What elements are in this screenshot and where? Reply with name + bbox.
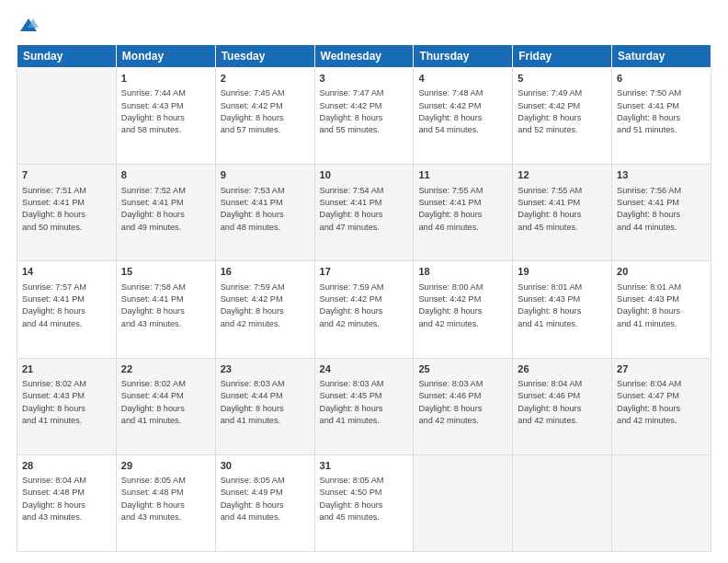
week-row-1: 1Sunrise: 7:44 AM Sunset: 4:43 PM Daylig… [17, 68, 711, 165]
day-number: 25 [418, 362, 507, 376]
calendar-cell: 10Sunrise: 7:54 AM Sunset: 4:41 PM Dayli… [314, 165, 414, 261]
day-info: Sunrise: 8:03 AM Sunset: 4:44 PM Dayligh… [221, 378, 310, 427]
day-number: 22 [121, 362, 210, 376]
calendar-cell: 18Sunrise: 8:00 AM Sunset: 4:42 PM Dayli… [414, 261, 513, 358]
day-of-week-wednesday: Wednesday [314, 45, 414, 68]
day-info: Sunrise: 7:55 AM Sunset: 4:41 PM Dayligh… [518, 185, 607, 234]
calendar-cell: 9Sunrise: 7:53 AM Sunset: 4:41 PM Daylig… [215, 165, 314, 261]
calendar-table: SundayMondayTuesdayWednesdayThursdayFrid… [17, 44, 711, 552]
week-row-5: 28Sunrise: 8:04 AM Sunset: 4:48 PM Dayli… [17, 454, 711, 551]
day-info: Sunrise: 7:49 AM Sunset: 4:42 PM Dayligh… [518, 87, 607, 136]
day-info: Sunrise: 7:59 AM Sunset: 4:42 PM Dayligh… [221, 282, 310, 330]
calendar-cell: 24Sunrise: 8:03 AM Sunset: 4:45 PM Dayli… [314, 358, 414, 454]
day-info: Sunrise: 8:03 AM Sunset: 4:45 PM Dayligh… [320, 378, 409, 427]
day-number: 23 [221, 362, 310, 376]
calendar-cell: 28Sunrise: 8:04 AM Sunset: 4:48 PM Dayli… [17, 454, 117, 551]
day-of-week-monday: Monday [116, 45, 215, 68]
calendar-cell: 7Sunrise: 7:51 AM Sunset: 4:41 PM Daylig… [17, 165, 117, 261]
calendar-cell: 26Sunrise: 8:04 AM Sunset: 4:46 PM Dayli… [513, 358, 612, 454]
day-info: Sunrise: 8:05 AM Sunset: 4:49 PM Dayligh… [221, 475, 310, 523]
calendar-cell: 14Sunrise: 7:57 AM Sunset: 4:41 PM Dayli… [17, 261, 117, 358]
calendar-cell: 23Sunrise: 8:03 AM Sunset: 4:44 PM Dayli… [215, 358, 314, 454]
day-of-week-tuesday: Tuesday [215, 45, 314, 68]
day-info: Sunrise: 7:51 AM Sunset: 4:41 PM Dayligh… [22, 185, 111, 234]
day-info: Sunrise: 7:53 AM Sunset: 4:41 PM Dayligh… [221, 185, 310, 234]
day-number: 17 [320, 265, 409, 279]
day-number: 2 [221, 72, 310, 86]
day-number: 11 [418, 168, 507, 182]
day-number: 4 [418, 72, 507, 86]
calendar-cell: 29Sunrise: 8:05 AM Sunset: 4:48 PM Dayli… [116, 454, 215, 551]
calendar-cell: 19Sunrise: 8:01 AM Sunset: 4:43 PM Dayli… [513, 261, 612, 358]
day-number: 26 [518, 362, 607, 376]
day-info: Sunrise: 7:48 AM Sunset: 4:42 PM Dayligh… [418, 87, 507, 136]
calendar-body: 1Sunrise: 7:44 AM Sunset: 4:43 PM Daylig… [17, 68, 711, 552]
calendar-cell: 13Sunrise: 7:56 AM Sunset: 4:41 PM Dayli… [612, 165, 711, 261]
calendar-cell: 22Sunrise: 8:02 AM Sunset: 4:44 PM Dayli… [116, 358, 215, 454]
day-number: 13 [617, 168, 706, 182]
day-of-week-friday: Friday [513, 45, 612, 68]
calendar-cell: 1Sunrise: 7:44 AM Sunset: 4:43 PM Daylig… [116, 68, 215, 165]
day-info: Sunrise: 7:56 AM Sunset: 4:41 PM Dayligh… [617, 185, 706, 234]
day-number: 1 [121, 72, 210, 86]
day-number: 14 [22, 265, 111, 279]
day-number: 15 [121, 265, 210, 279]
day-info: Sunrise: 8:02 AM Sunset: 4:44 PM Dayligh… [121, 378, 210, 427]
day-of-week-sunday: Sunday [17, 45, 117, 68]
day-info: Sunrise: 7:52 AM Sunset: 4:41 PM Dayligh… [121, 185, 210, 234]
calendar-cell: 3Sunrise: 7:47 AM Sunset: 4:42 PM Daylig… [314, 68, 414, 165]
day-number: 21 [22, 362, 111, 376]
day-info: Sunrise: 8:04 AM Sunset: 4:47 PM Dayligh… [617, 378, 706, 427]
day-number: 3 [320, 72, 409, 86]
calendar-cell: 5Sunrise: 7:49 AM Sunset: 4:42 PM Daylig… [513, 68, 612, 165]
logo [17, 17, 39, 35]
day-number: 8 [121, 168, 210, 182]
day-info: Sunrise: 7:58 AM Sunset: 4:41 PM Dayligh… [121, 282, 210, 330]
day-number: 16 [221, 265, 310, 279]
header [17, 17, 711, 35]
day-info: Sunrise: 7:50 AM Sunset: 4:41 PM Dayligh… [617, 87, 706, 136]
day-info: Sunrise: 7:44 AM Sunset: 4:43 PM Dayligh… [121, 87, 210, 136]
day-number: 27 [617, 362, 706, 376]
calendar-cell: 4Sunrise: 7:48 AM Sunset: 4:42 PM Daylig… [414, 68, 513, 165]
day-number: 30 [221, 459, 310, 473]
day-of-week-saturday: Saturday [612, 45, 711, 68]
calendar-cell: 30Sunrise: 8:05 AM Sunset: 4:49 PM Dayli… [215, 454, 314, 551]
day-info: Sunrise: 7:55 AM Sunset: 4:41 PM Dayligh… [418, 185, 507, 234]
calendar-cell: 25Sunrise: 8:03 AM Sunset: 4:46 PM Dayli… [414, 358, 513, 454]
day-number: 29 [121, 459, 210, 473]
day-info: Sunrise: 8:05 AM Sunset: 4:50 PM Dayligh… [320, 475, 409, 523]
days-header-row: SundayMondayTuesdayWednesdayThursdayFrid… [17, 45, 711, 68]
day-info: Sunrise: 8:00 AM Sunset: 4:42 PM Dayligh… [418, 282, 507, 330]
day-number: 9 [221, 168, 310, 182]
calendar-cell [414, 454, 513, 551]
day-info: Sunrise: 8:05 AM Sunset: 4:48 PM Dayligh… [121, 475, 210, 523]
calendar-cell: 6Sunrise: 7:50 AM Sunset: 4:41 PM Daylig… [612, 68, 711, 165]
day-info: Sunrise: 8:02 AM Sunset: 4:43 PM Dayligh… [22, 378, 111, 427]
day-number: 5 [518, 72, 607, 86]
day-info: Sunrise: 8:01 AM Sunset: 4:43 PM Dayligh… [518, 282, 607, 330]
calendar-cell: 12Sunrise: 7:55 AM Sunset: 4:41 PM Dayli… [513, 165, 612, 261]
page: SundayMondayTuesdayWednesdayThursdayFrid… [0, 0, 728, 563]
week-row-4: 21Sunrise: 8:02 AM Sunset: 4:43 PM Dayli… [17, 358, 711, 454]
day-info: Sunrise: 7:54 AM Sunset: 4:41 PM Dayligh… [320, 185, 409, 234]
day-number: 31 [320, 459, 409, 473]
calendar-cell: 21Sunrise: 8:02 AM Sunset: 4:43 PM Dayli… [17, 358, 117, 454]
day-info: Sunrise: 7:57 AM Sunset: 4:41 PM Dayligh… [22, 282, 111, 330]
day-info: Sunrise: 8:03 AM Sunset: 4:46 PM Dayligh… [418, 378, 507, 427]
day-info: Sunrise: 8:01 AM Sunset: 4:43 PM Dayligh… [617, 282, 706, 330]
day-info: Sunrise: 7:47 AM Sunset: 4:42 PM Dayligh… [320, 87, 409, 136]
calendar-cell: 2Sunrise: 7:45 AM Sunset: 4:42 PM Daylig… [215, 68, 314, 165]
day-number: 20 [617, 265, 706, 279]
calendar-cell [513, 454, 612, 551]
day-number: 12 [518, 168, 607, 182]
calendar-cell: 11Sunrise: 7:55 AM Sunset: 4:41 PM Dayli… [414, 165, 513, 261]
calendar-cell: 20Sunrise: 8:01 AM Sunset: 4:43 PM Dayli… [612, 261, 711, 358]
calendar-cell: 15Sunrise: 7:58 AM Sunset: 4:41 PM Dayli… [116, 261, 215, 358]
day-number: 24 [320, 362, 409, 376]
calendar-cell [612, 454, 711, 551]
day-info: Sunrise: 7:45 AM Sunset: 4:42 PM Dayligh… [221, 87, 310, 136]
day-info: Sunrise: 8:04 AM Sunset: 4:48 PM Dayligh… [22, 475, 111, 523]
day-number: 7 [22, 168, 111, 182]
week-row-3: 14Sunrise: 7:57 AM Sunset: 4:41 PM Dayli… [17, 261, 711, 358]
